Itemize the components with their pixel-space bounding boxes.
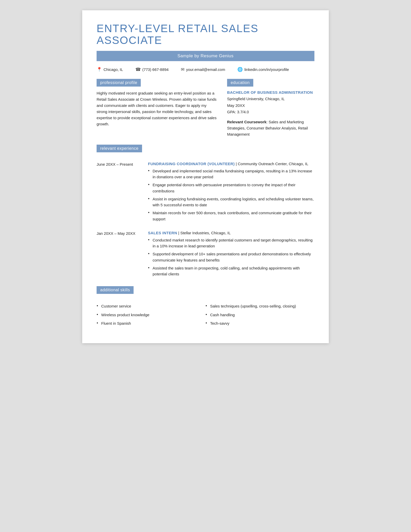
additional-skills-header-wrap: additional skills: [97, 286, 314, 298]
exp-bullets-2: Conducted market research to identify po…: [148, 237, 314, 277]
edu-gpa: GPA: 3.7/4.0: [227, 109, 314, 115]
skills-col-left: Customer service Wireless product knowle…: [97, 303, 206, 329]
exp-content-2: SALES INTERN | Stellar Industries, Chica…: [148, 231, 314, 279]
exp-title-line-1: FUNDRAISING COORDINATOR (VOLUNTEER) | Co…: [148, 162, 314, 166]
skill-left-3: Fluent in Spanish: [97, 320, 206, 326]
email-icon: ✉: [181, 67, 184, 72]
edu-coursework-label: Relevant Coursework: [227, 120, 266, 124]
contact-linkedin: 🌐 linkedin.com/in/yourprofile: [237, 67, 289, 72]
edu-school: Springfield University, Chicago, IL: [227, 96, 314, 102]
edu-coursework: Relevant Coursework: Sales and Marketing…: [227, 119, 314, 137]
skill-right-3: Tech-savvy: [206, 320, 314, 326]
exp-date-2: Jan 20XX – May 20XX: [97, 231, 140, 279]
exp-content-1: FUNDRAISING COORDINATOR (VOLUNTEER) | Co…: [148, 162, 314, 224]
relevant-experience-header-wrap: relevant experience: [97, 145, 314, 157]
contact-email: ✉ your.email@email.com: [181, 67, 225, 72]
exp-title-line-2: SALES INTERN | Stellar Industries, Chica…: [148, 231, 314, 235]
exp-job-title-2: SALES INTERN: [148, 231, 177, 235]
contact-linkedin-text: linkedin.com/in/yourprofile: [244, 67, 289, 72]
two-col-section: professional profile Highly motivated re…: [97, 79, 314, 137]
edu-details: Springfield University, Chicago, IL May …: [227, 96, 314, 115]
education-header: education: [227, 79, 253, 87]
exp-bullet-1-4: Maintain records for over 500 donors, tr…: [148, 210, 314, 222]
resume-page: ENTRY-LEVEL RETAIL SALES ASSOCIATE Sampl…: [82, 10, 329, 343]
skill-right-1: Sales techniques (upselling, cross-selli…: [206, 303, 314, 309]
relevant-experience-section: relevant experience June 20XX – Present …: [97, 145, 314, 279]
skill-right-2: Cash handling: [206, 312, 314, 318]
exp-company-2: |: [178, 231, 180, 235]
exp-bullet-1-2: Engage potential donors with persuasive …: [148, 182, 314, 194]
exp-date-1: June 20XX – Present: [97, 162, 140, 224]
exp-job-title-1: FUNDRAISING COORDINATOR (VOLUNTEER): [148, 162, 235, 166]
edu-date: May 20XX: [227, 102, 314, 109]
exp-bullet-1-1: Developed and implemented social media f…: [148, 168, 314, 180]
relevant-experience-header: relevant experience: [97, 145, 142, 152]
exp-company-1: |: [236, 162, 238, 166]
profile-text: Highly motivated recent graduate seeking…: [97, 90, 217, 127]
header-banner: Sample by Resume Genius: [97, 51, 314, 61]
professional-profile-col: professional profile Highly motivated re…: [97, 79, 217, 137]
experience-row-2: Jan 20XX – May 20XX SALES INTERN | Stell…: [97, 231, 314, 279]
phone-icon: ☎: [135, 67, 141, 72]
exp-bullet-2-2: Supported development of 10+ sales prese…: [148, 251, 314, 263]
exp-bullet-2-1: Conducted market research to identify po…: [148, 237, 314, 249]
additional-skills-header: additional skills: [97, 286, 134, 294]
skills-list-left: Customer service Wireless product knowle…: [97, 303, 206, 326]
contact-row: 📍 Chicago, IL ☎ (773) 667-8894 ✉ your.em…: [97, 67, 314, 72]
location-icon: 📍: [97, 67, 102, 72]
skills-col-right: Sales techniques (upselling, cross-selli…: [206, 303, 314, 329]
exp-bullets-1: Developed and implemented social media f…: [148, 168, 314, 222]
contact-phone: ☎ (773) 667-8894: [135, 67, 169, 72]
contact-location-text: Chicago, IL: [104, 67, 123, 72]
exp-company-name-2: Stellar Industries, Chicago, IL: [180, 231, 231, 235]
edu-degree: BACHELOR OF BUSINESS ADMINISTRATION: [227, 90, 314, 95]
skills-two-col: Customer service Wireless product knowle…: [97, 303, 314, 329]
contact-phone-text: (773) 667-8894: [142, 67, 169, 72]
exp-bullet-2-3: Assisted the sales team in prospecting, …: [148, 265, 314, 277]
skill-left-2: Wireless product knowledge: [97, 312, 206, 318]
contact-email-text: your.email@email.com: [186, 67, 225, 72]
banner-text: Sample by Resume Genius: [178, 53, 233, 58]
contact-location: 📍 Chicago, IL: [97, 67, 123, 72]
skill-left-1: Customer service: [97, 303, 206, 309]
professional-profile-header: professional profile: [97, 79, 141, 87]
edu-coursework-colon: :: [266, 120, 268, 124]
exp-company-name-1: Community Outreach Center, Chicago, IL: [238, 162, 308, 166]
additional-skills-section: additional skills Customer service Wirel…: [97, 286, 314, 329]
resume-title: ENTRY-LEVEL RETAIL SALES ASSOCIATE: [97, 23, 314, 46]
education-col: education BACHELOR OF BUSINESS ADMINISTR…: [227, 79, 314, 137]
linkedin-icon: 🌐: [237, 67, 243, 72]
exp-bullet-1-3: Assist in organizing fundraising events,…: [148, 196, 314, 208]
skills-list-right: Sales techniques (upselling, cross-selli…: [206, 303, 314, 326]
experience-row-1: June 20XX – Present FUNDRAISING COORDINA…: [97, 162, 314, 224]
